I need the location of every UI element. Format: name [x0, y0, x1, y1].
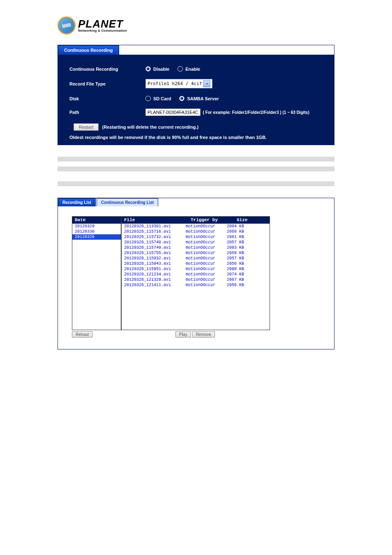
file-pane: File Trigger by Size 20120326_113301.avi…	[121, 216, 270, 330]
file-row[interactable]: 20120326_115932.avimotionOOccur2057 KB	[122, 256, 270, 261]
def-desc	[146, 176, 334, 181]
path-hint: ( For example: Folder1/Folder2/Folder3 )…	[203, 110, 309, 115]
def-term	[58, 176, 146, 181]
logo: PLANET Networking & Communication	[58, 16, 334, 35]
radio-enable[interactable]	[178, 66, 183, 72]
radio-enable-label: Enable	[185, 67, 200, 72]
def-term	[58, 181, 146, 186]
label-continuous-recording: Continuous Recording	[69, 67, 145, 72]
input-path[interactable]: PLANET-00304FA31E4C	[145, 109, 201, 116]
def-desc	[146, 181, 334, 186]
def-desc	[146, 171, 334, 176]
label-path: Path	[69, 110, 145, 115]
col-trigger: Trigger by	[188, 217, 234, 223]
date-row[interactable]: 20120326	[72, 234, 121, 240]
def-desc	[146, 162, 334, 166]
def-term	[58, 162, 146, 166]
radio-sd-card[interactable]	[145, 96, 151, 101]
definitions-table	[58, 157, 334, 186]
file-row[interactable]: 20120326_113301.avimotionOOccur2004 KB	[122, 224, 270, 229]
radio-sd-card-label: SD Card	[153, 96, 171, 101]
col-size: Size	[234, 217, 268, 223]
def-term	[58, 166, 146, 171]
restart-note: (Restarting will delete the current reco…	[102, 125, 198, 130]
radio-disable[interactable]	[145, 66, 151, 72]
file-row[interactable]: 20120326_121234.avimotionOOccur2074 KB	[122, 272, 270, 277]
logo-text: PLANET	[78, 18, 127, 29]
date-row[interactable]: 20120330	[72, 229, 121, 234]
tab-continuous-recording-list[interactable]: Continuous Recording List	[97, 198, 158, 206]
radio-samba[interactable]	[179, 96, 184, 101]
col-file: File	[122, 217, 188, 223]
radio-disable-label: Disable	[153, 67, 169, 72]
radio-samba-label: SAMBA Server	[187, 96, 219, 101]
file-row[interactable]: 20120326_115943.avimotionOOccur2056 KB	[122, 261, 270, 266]
def-desc	[146, 166, 334, 171]
select-value: Profile1 h264 / 4cif	[148, 81, 202, 86]
def-term	[58, 157, 146, 162]
file-row[interactable]: 20120326_115740.avimotionOOccur2057 KB	[122, 240, 270, 245]
remove-button[interactable]: Remove	[192, 331, 215, 338]
select-record-file-type[interactable]: Profile1 h264 / 4cif ▾	[145, 79, 212, 88]
col-date: Date	[72, 217, 121, 223]
def-term	[58, 171, 146, 176]
recording-list-panel: Recording List Continuous Recording List…	[58, 198, 334, 349]
file-row[interactable]: 20120326_115716.avimotionOOccur2068 KB	[122, 229, 270, 234]
restart-button[interactable]: Restart	[74, 123, 99, 131]
label-record-file-type: Record File Type	[69, 81, 145, 86]
label-disk: Disk	[69, 96, 145, 101]
planet-globe-icon	[58, 16, 76, 35]
logo-subtext: Networking & Communication	[78, 29, 127, 32]
date-pane: Date 201203292012033020120326	[72, 216, 121, 330]
tab-continuous-recording[interactable]: Continuous Recording	[58, 45, 119, 55]
file-row[interactable]: 20120326_121411.avimotionOOccur2056 KB	[122, 282, 270, 288]
play-button[interactable]: Play	[175, 331, 191, 338]
overwrite-warning: Oldest recordings will be removed if the…	[69, 135, 323, 140]
file-row[interactable]: 20120326_115951.avimotionOOccur2090 KB	[122, 266, 270, 272]
date-row[interactable]: 20120329	[72, 224, 121, 229]
chevron-down-icon: ▾	[203, 80, 210, 87]
tab-recording-list[interactable]: Recording List	[58, 198, 96, 206]
file-row[interactable]: 20120326_115755.avimotionOOccur2059 KB	[122, 250, 270, 256]
continuous-recording-panel: Continuous Recording Continuous Recordin…	[58, 45, 334, 145]
def-desc	[146, 157, 334, 162]
file-row[interactable]: 20120326_115749.avimotionOOccur2093 KB	[122, 245, 270, 250]
reload-button[interactable]: Reload	[72, 331, 92, 338]
file-row[interactable]: 20120326_115732.avimotionOOccur2081 KB	[122, 234, 270, 240]
file-row[interactable]: 20120326_121329.avimotionOOccur2067 KB	[122, 277, 270, 282]
